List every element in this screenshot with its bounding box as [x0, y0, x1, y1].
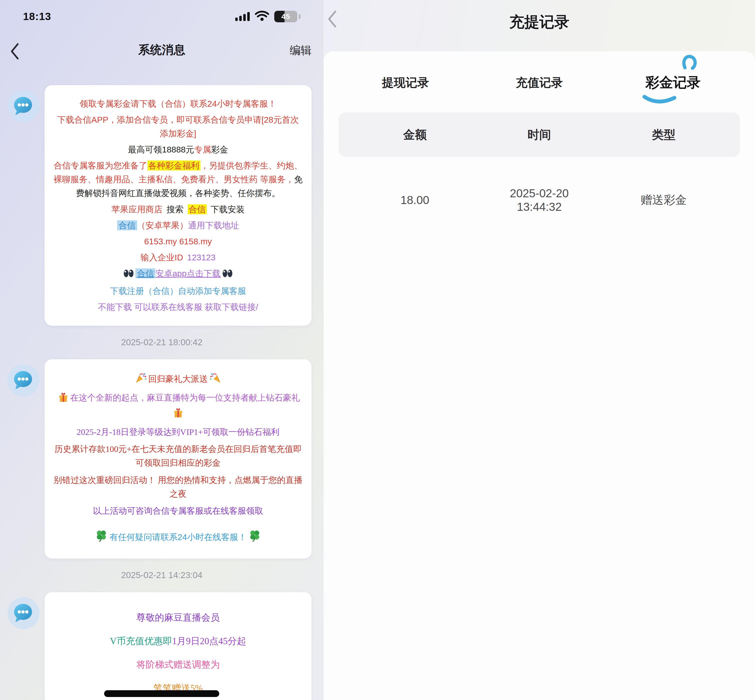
- message-line: 下载合信APP，添加合信专员，即可联系合信专员申请[28元首次添加彩金]: [53, 113, 303, 141]
- chat-bubble-avatar-icon: [7, 90, 40, 124]
- page-title: 充提记录: [324, 12, 755, 32]
- home-indicator[interactable]: [104, 690, 219, 697]
- message-line: 将阶梯式赠送调整为: [53, 657, 303, 672]
- battery-nub: [299, 14, 301, 19]
- record-tabs: 提现记录 充值记录 彩金记录: [324, 73, 755, 92]
- message-line: 下载注册（合信）自动添加专属客服: [53, 284, 303, 298]
- col-header-amount: 金额: [339, 127, 491, 143]
- message-card: 尊敬的麻豆直播会员 V币充值优惠即1月9日20点45分起 将阶梯式赠送调整为 笔…: [45, 592, 312, 700]
- col-header-time: 时间: [491, 127, 588, 143]
- status-time: 18:13: [23, 11, 51, 22]
- message-line: 不能下载 可以联系在线客服 获取下载链接/: [53, 300, 303, 314]
- clover-icon: [95, 534, 108, 544]
- chat-bubble-avatar-icon: [7, 364, 40, 398]
- download-link[interactable]: 合信安卓app点击下载: [53, 267, 303, 282]
- message-timestamp: 2025-02-21 14:23:04: [0, 570, 324, 580]
- message-line: 最高可领18888元专属彩金: [53, 143, 303, 156]
- party-popper-icon: [210, 376, 221, 385]
- message-line: 领取专属彩金请下载（合信）联系24小时专属客服！: [53, 97, 303, 111]
- message-line: 合信专属客服为您准备了各种彩金福利，另提供包养学生、约炮、裸聊服务、情趣用品、主…: [53, 159, 303, 200]
- tab-withdraw-records[interactable]: 提现记录: [324, 75, 487, 91]
- message-row: 尊敬的麻豆直播会员 V币充值优惠即1月9日20点45分起 将阶梯式赠送调整为 笔…: [7, 592, 312, 700]
- battery-icon: 45: [274, 11, 297, 22]
- wifi-icon: [255, 11, 269, 22]
- battery-percent: 45: [281, 12, 290, 21]
- message-line: 2025-2月-18日登录等级达到VIP1+可领取一份钻石福利: [53, 425, 303, 439]
- message-line: V币充值优惠即1月9日20点45分起: [53, 634, 303, 649]
- party-popper-icon: [136, 376, 147, 385]
- records-panel: 提现记录 充值记录 彩金记录 金额 时间 类型: [324, 51, 755, 700]
- cell-type: 赠送彩金: [587, 192, 740, 208]
- left-nav-bar: 系统消息 编辑: [0, 42, 324, 62]
- edit-button[interactable]: 编辑: [290, 43, 312, 58]
- message-line: 合信（安卓苹果）通用下载地址: [53, 219, 303, 232]
- status-bar: 18:13 45: [0, 0, 324, 22]
- tab-recharge-records[interactable]: 充值记录: [487, 75, 591, 91]
- cell-time: 2025-02-20 13:44:32: [491, 186, 588, 214]
- message-row: 领取专属彩金请下载（合信）联系24小时专属客服！ 下载合信APP，添加合信专员，…: [7, 85, 312, 326]
- message-line: 历史累计存款100元+在七天未充值的新老会员在回归后首笔充值即可领取回归相应的彩…: [53, 442, 303, 470]
- message-timestamp: 2025-02-21 18:00:42: [0, 337, 324, 347]
- gift-icon: [173, 410, 183, 420]
- right-nav-bar: 充提记录: [324, 0, 755, 51]
- table-header: 金额 时间 类型: [339, 112, 740, 157]
- message-card: 回归豪礼大派送 在这个全新的起点，麻豆直播特为每一位支持者献上钻石豪礼 2025…: [45, 359, 312, 559]
- message-line: 在这个全新的起点，麻豆直播特为每一位支持者献上钻石豪礼: [53, 391, 303, 422]
- message-line: 以上活动可咨询合信专属客服或在线客服领取: [53, 504, 303, 518]
- support-line: 有任何疑问请联系24小时在线客服！: [53, 529, 303, 546]
- eyes-icon: [222, 270, 233, 280]
- promo-title: 回归豪礼大派送: [53, 372, 303, 388]
- message-card: 领取专属彩金请下载（合信）联系24小时专属客服！ 下载合信APP，添加合信专员，…: [45, 85, 312, 326]
- clover-icon: [248, 534, 261, 544]
- message-line: 尊敬的麻豆直播会员: [53, 610, 303, 625]
- records-screen: 充提记录 提现记录 充值记录 彩金记录 金额 时间: [324, 0, 755, 700]
- message-line: 苹果应用商店搜索合信下载安装: [53, 203, 303, 216]
- signal-icon: [235, 12, 250, 21]
- system-messages-screen: 18:13 45: [0, 0, 324, 700]
- hexin-token[interactable]: 合信: [117, 220, 137, 230]
- download-domains: 6153.my 6158.my: [53, 234, 303, 248]
- page-title: 系统消息: [0, 42, 324, 58]
- chat-bubble-avatar-icon: [7, 597, 40, 631]
- tab-bonus-records[interactable]: 彩金记录: [591, 73, 755, 92]
- page: 18:13 45: [0, 0, 755, 700]
- message-line: 输入企业ID123123: [53, 251, 303, 264]
- table-row: 18.00 2025-02-20 13:44:32 赠送彩金: [339, 186, 740, 214]
- message-row: 回归豪礼大派送 在这个全新的起点，麻豆直播特为每一位支持者献上钻石豪礼 2025…: [7, 359, 312, 559]
- col-header-type: 类型: [587, 127, 740, 143]
- gift-icon: [58, 395, 68, 404]
- cell-amount: 18.00: [339, 193, 491, 207]
- message-line: 别错过这次重磅回归活动！ 用您的热情和支持，点燃属于您的直播之夜: [53, 473, 303, 501]
- eyes-icon: [123, 270, 134, 280]
